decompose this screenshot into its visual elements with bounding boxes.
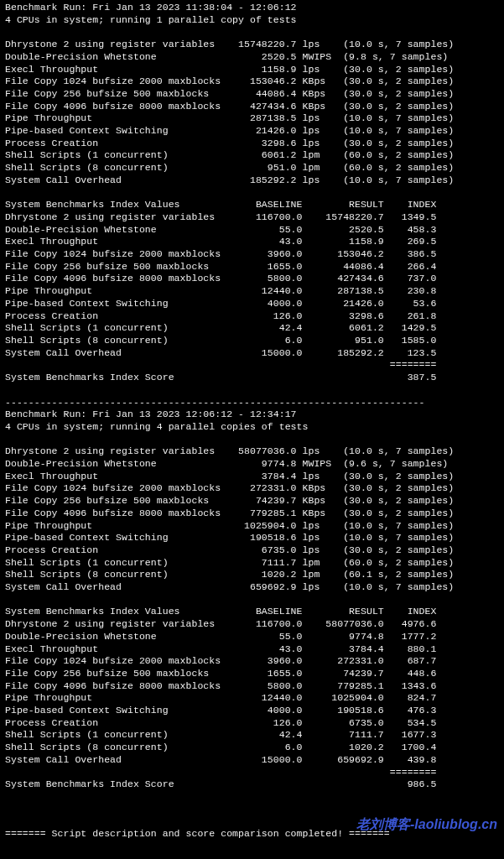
watermark-text: 老刘博客-laoliublog.cn <box>356 816 497 834</box>
terminal-output: Benchmark Run: Fri Jan 13 2023 11:38:04 … <box>0 0 504 841</box>
